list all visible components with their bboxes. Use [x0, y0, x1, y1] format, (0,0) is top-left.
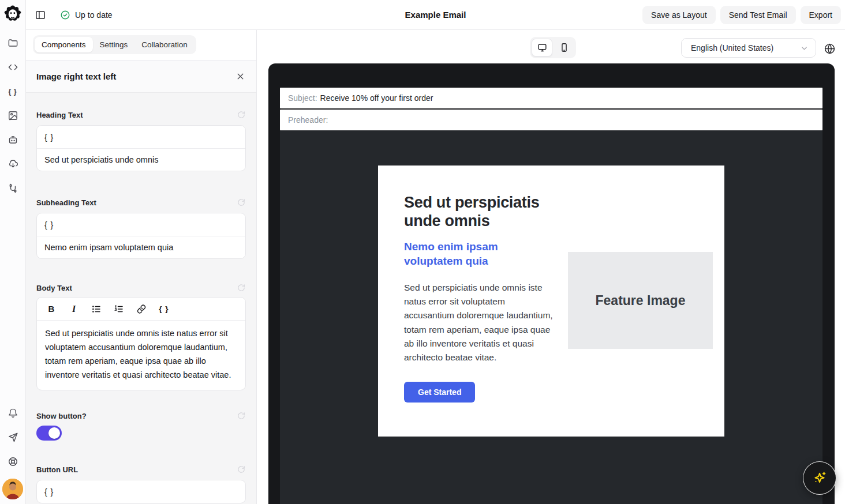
- desktop-view-button[interactable]: [532, 39, 552, 57]
- save-as-layout-button[interactable]: Save as Layout: [642, 6, 716, 24]
- variables-braces-icon[interactable]: { }: [6, 84, 20, 98]
- email-text-column: Sed ut perspiciatis unde omnis Nemo enim…: [404, 193, 555, 403]
- device-toggle: [530, 37, 576, 58]
- preview-stage: English (United States) Subject: Receive…: [257, 30, 845, 504]
- body-text-editor: B I { } Sed ut perspiciatis unde omnis i…: [36, 297, 246, 390]
- get-started-button[interactable]: Get Started: [404, 382, 475, 403]
- tab-collaboration[interactable]: Collaboration: [134, 37, 195, 52]
- smartphone-icon: [559, 42, 570, 53]
- toggle-knob: [48, 427, 60, 439]
- chevron-down-icon: [800, 44, 809, 52]
- feature-image-placeholder[interactable]: Feature Image: [568, 252, 713, 349]
- heading-text-field: { } Sed ut perspiciatis unde omnis: [36, 125, 246, 171]
- button-url-variable-input[interactable]: { }: [37, 480, 245, 503]
- icon-rail: { }: [0, 0, 26, 504]
- italic-icon[interactable]: I: [65, 300, 83, 318]
- numbered-list-icon[interactable]: [110, 300, 128, 318]
- email-heading: Sed ut perspiciatis unde omnis: [404, 193, 555, 230]
- notifications-bell-icon[interactable]: [6, 406, 20, 420]
- subject-value: Receive 10% off your first order: [320, 93, 433, 103]
- panel-tabs: Components Settings Collaboration: [26, 30, 256, 61]
- reset-icon[interactable]: [237, 411, 246, 420]
- email-body-text: Sed ut perspiciatis unde omnis iste natu…: [404, 281, 555, 364]
- globe-icon[interactable]: [823, 42, 836, 55]
- user-avatar[interactable]: [2, 479, 23, 499]
- cable-integrations-icon[interactable]: [6, 181, 20, 195]
- subheading-text-label: Subheading Text: [36, 198, 96, 207]
- send-test-email-button[interactable]: Send Test Email: [720, 6, 796, 24]
- heading-variable-input[interactable]: { }: [37, 126, 245, 148]
- preheader-bar[interactable]: Preheader:: [280, 110, 822, 130]
- email-subheading: Nemo enim ipsam voluptatem quia: [404, 239, 555, 268]
- subject-label: Subject:: [288, 93, 317, 103]
- tab-components[interactable]: Components: [35, 37, 93, 52]
- language-select[interactable]: English (United States): [681, 38, 816, 58]
- subheading-variable-input[interactable]: { }: [37, 213, 245, 236]
- body-text-label: Body Text: [36, 284, 72, 292]
- link-icon[interactable]: [133, 300, 150, 318]
- reset-icon[interactable]: [237, 465, 246, 474]
- panel-header: Image right text left: [26, 61, 256, 93]
- language-value: English (United States): [691, 43, 773, 52]
- ai-assistant-fab[interactable]: [803, 461, 836, 495]
- subheading-text-field: { } Nemo enim ipsam voluptatem quia: [36, 213, 246, 259]
- tab-settings[interactable]: Settings: [93, 37, 135, 52]
- variable-braces-icon[interactable]: { }: [155, 300, 173, 318]
- reset-icon[interactable]: [237, 283, 246, 292]
- email-builder-app: { }: [0, 0, 845, 504]
- bot-icon[interactable]: [6, 133, 20, 146]
- bold-icon[interactable]: B: [43, 300, 60, 318]
- subheading-text-input[interactable]: Nemo enim ipsam voluptatem quia: [37, 236, 245, 258]
- topbar-actions: Save as Layout Send Test Email Export: [642, 6, 845, 24]
- rich-text-toolbar: B I { }: [37, 298, 245, 321]
- mobile-view-button[interactable]: [554, 39, 574, 57]
- cloud-download-icon[interactable]: [6, 157, 20, 171]
- check-circle-icon: [60, 10, 70, 20]
- monitor-icon: [537, 42, 548, 53]
- sync-status: Up to date: [60, 10, 113, 20]
- send-paper-plane-icon[interactable]: [6, 430, 20, 444]
- heading-text-input[interactable]: Sed ut perspiciatis unde omnis: [37, 148, 245, 171]
- close-icon[interactable]: [233, 70, 247, 84]
- component-panel: Components Settings Collaboration Image …: [26, 30, 257, 504]
- bullet-list-icon[interactable]: [88, 300, 105, 318]
- image-icon[interactable]: [6, 108, 20, 122]
- help-lifebuoy-icon[interactable]: [6, 454, 20, 468]
- email-preview-canvas: Subject: Receive 10% off your first orde…: [268, 63, 835, 504]
- button-url-label: Button URL: [36, 465, 78, 474]
- button-url-field: { }: [36, 480, 246, 503]
- show-button-label: Show button?: [36, 412, 87, 420]
- heading-text-label: Heading Text: [36, 111, 83, 119]
- app-logo-sheep[interactable]: [2, 3, 23, 24]
- subject-bar[interactable]: Subject: Receive 10% off your first orde…: [280, 88, 822, 108]
- topbar: Up to date Example Email Save as Layout …: [26, 0, 845, 30]
- preheader-label: Preheader:: [288, 115, 328, 125]
- reset-icon[interactable]: [237, 198, 246, 207]
- email-viewport: Subject: Receive 10% off your first orde…: [280, 88, 822, 504]
- email-body-background: Sed ut perspiciatis unde omnis Nemo enim…: [280, 130, 822, 504]
- component-title: Image right text left: [36, 72, 116, 81]
- sparkles-icon: [812, 471, 827, 486]
- folder-icon[interactable]: [6, 36, 20, 50]
- code-icon[interactable]: [6, 60, 20, 74]
- email-component-card[interactable]: Sed ut perspiciatis unde omnis Nemo enim…: [378, 166, 724, 437]
- sidebar-toggle-icon[interactable]: [33, 8, 47, 22]
- panel-body: Heading Text { } Sed ut perspiciatis und…: [26, 93, 256, 504]
- sheep-logo-icon: [3, 4, 23, 24]
- body-text-input[interactable]: Sed ut perspiciatis unde omnis iste natu…: [37, 321, 245, 390]
- reset-icon[interactable]: [237, 110, 246, 119]
- show-button-toggle[interactable]: [36, 426, 62, 441]
- status-text: Up to date: [75, 10, 113, 20]
- export-button[interactable]: Export: [801, 6, 841, 24]
